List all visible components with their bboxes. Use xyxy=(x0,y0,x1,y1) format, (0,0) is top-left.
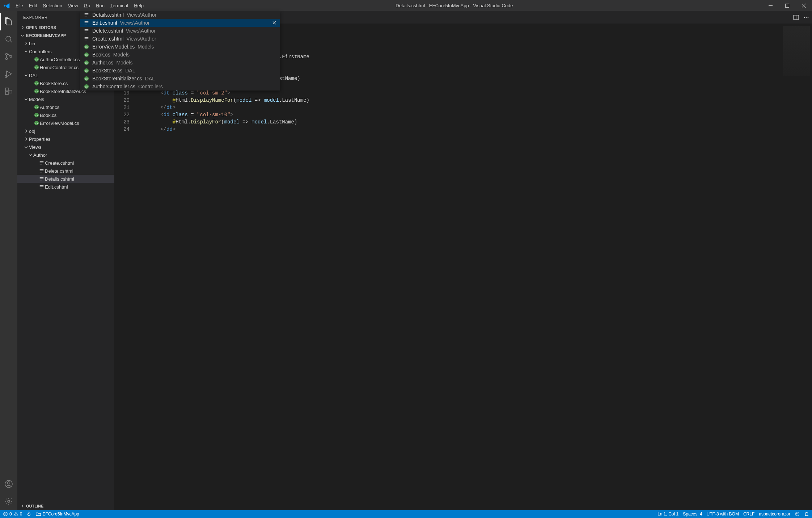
file-tree[interactable]: binControllersC#AuthorController.csC#Hom… xyxy=(17,39,114,502)
code-line[interactable]: </dt> xyxy=(136,105,781,112)
quick-open-item[interactable]: Create.cshtmlViews\Author xyxy=(80,35,280,43)
svg-text:C#: C# xyxy=(85,77,88,80)
tree-file[interactable]: C#Book.cs xyxy=(17,111,114,119)
status-feedback-icon[interactable] xyxy=(795,511,800,517)
svg-point-4 xyxy=(6,58,8,60)
svg-text:C#: C# xyxy=(35,90,38,93)
csharp-file-icon: C# xyxy=(33,105,40,110)
tree-item-label: AuthorController.cs xyxy=(40,57,80,62)
more-actions-icon[interactable] xyxy=(803,14,809,20)
folder-icon xyxy=(36,511,41,517)
cshtml-file-icon xyxy=(84,20,89,25)
status-ports[interactable] xyxy=(26,511,31,517)
window-close-button[interactable] xyxy=(795,0,812,11)
activity-settings-icon[interactable] xyxy=(0,493,17,510)
menu-file[interactable]: File xyxy=(13,3,26,8)
menu-help[interactable]: Help xyxy=(131,3,147,8)
split-editor-icon[interactable] xyxy=(793,14,799,20)
quick-open-item[interactable]: C#ErrorViewModel.csModels xyxy=(80,43,280,51)
menu-go[interactable]: Go xyxy=(81,3,93,8)
code-line[interactable]: <dd class = "col-sm-10"> xyxy=(136,112,781,119)
line-number: 21 xyxy=(114,105,136,112)
code-line[interactable]: @Html.DisplayFor(model => model.LastName… xyxy=(136,119,781,126)
window-minimize-button[interactable] xyxy=(762,0,779,11)
status-folder-label: EFCore5InMvcApp xyxy=(42,511,79,517)
quick-open-dropdown[interactable]: Details.cshtmlViews\AuthorEdit.cshtmlVie… xyxy=(80,11,280,90)
code-line[interactable]: </dd> xyxy=(136,126,781,134)
editor-body[interactable]: 101112131415161718192021222324 <h4>Autho… xyxy=(114,24,812,510)
status-notifications-icon[interactable] xyxy=(804,511,809,517)
tree-file[interactable]: Details.cshtml xyxy=(17,175,114,183)
tree-folder[interactable]: Author xyxy=(17,151,114,159)
activity-run-debug-icon[interactable] xyxy=(0,65,17,83)
svg-point-76 xyxy=(16,515,16,515)
menu-edit[interactable]: Edit xyxy=(26,3,40,8)
tree-file[interactable]: Edit.cshtml xyxy=(17,183,114,191)
tree-file[interactable]: Create.cshtml xyxy=(17,159,114,167)
csharp-file-icon: C# xyxy=(33,65,40,70)
quick-open-item[interactable]: C#Book.csModels xyxy=(80,51,280,59)
status-eol[interactable]: CRLF xyxy=(743,511,754,517)
tree-folder[interactable]: Views xyxy=(17,143,114,151)
quick-open-item[interactable]: Delete.cshtmlViews\Author xyxy=(80,27,280,35)
close-icon[interactable] xyxy=(272,21,276,25)
status-problems[interactable]: 0 0 xyxy=(3,511,22,517)
chevron-down-icon xyxy=(28,153,33,157)
svg-point-79 xyxy=(798,514,798,514)
chevron-down-icon xyxy=(20,33,25,38)
quick-open-item[interactable]: C#BookStore.csDAL xyxy=(80,67,280,75)
activity-explorer-icon[interactable] xyxy=(0,13,17,30)
title-bar: FileEditSelectionViewGoRunTerminalHelp D… xyxy=(0,0,812,11)
menu-terminal[interactable]: Terminal xyxy=(107,3,131,8)
activity-search-icon[interactable] xyxy=(0,30,17,48)
activity-account-icon[interactable] xyxy=(0,475,17,493)
svg-point-2 xyxy=(6,36,11,41)
svg-point-3 xyxy=(6,54,8,55)
svg-rect-9 xyxy=(9,90,12,93)
tree-item-label: Book.cs xyxy=(40,113,56,118)
status-folder[interactable]: EFCore5InMvcApp xyxy=(36,511,79,517)
minimap[interactable] xyxy=(781,24,812,510)
quick-open-item[interactable]: C#AuthorController.csControllers xyxy=(80,83,280,90)
svg-text:C#: C# xyxy=(35,66,38,69)
csharp-file-icon: C# xyxy=(33,81,40,86)
activity-extensions-icon[interactable] xyxy=(0,83,17,100)
svg-point-47 xyxy=(804,17,805,18)
code-line[interactable]: <dt class = "col-sm-2"> xyxy=(136,90,781,97)
menu-run[interactable]: Run xyxy=(93,3,107,8)
tree-item-label: DAL xyxy=(29,73,38,78)
tree-file[interactable]: Delete.cshtml xyxy=(17,167,114,175)
status-encoding[interactable]: UTF-8 with BOM xyxy=(707,511,739,517)
menu-view[interactable]: View xyxy=(65,3,81,8)
tree-item-label: HomeController.cs xyxy=(40,65,79,70)
svg-point-5 xyxy=(10,56,12,58)
window-maximize-button[interactable] xyxy=(779,0,795,11)
outline-label: OUTLINE xyxy=(26,504,43,508)
quick-open-item[interactable]: Details.cshtmlViews\Author xyxy=(80,11,280,19)
chevron-right-icon xyxy=(23,41,29,46)
tree-folder[interactable]: Properties xyxy=(17,135,114,143)
chevron-down-icon xyxy=(23,49,29,54)
svg-rect-7 xyxy=(5,88,8,91)
quick-open-item[interactable]: C#BookStoreInitializer.csDAL xyxy=(80,75,280,83)
quick-open-item-desc: Models xyxy=(138,44,154,50)
quick-open-item[interactable]: C#Author.csModels xyxy=(80,59,280,67)
tree-folder[interactable]: Models xyxy=(17,95,114,103)
status-language[interactable]: aspnetcorerazor xyxy=(759,511,790,517)
tree-file[interactable]: C#ErrorViewModel.cs xyxy=(17,119,114,127)
activity-source-control-icon[interactable] xyxy=(0,48,17,65)
svg-text:C#: C# xyxy=(35,106,38,109)
status-indent[interactable]: Spaces: 4 xyxy=(683,511,702,517)
code-content[interactable]: <h4>Author</h4> <hr /> <dl class="row"> … xyxy=(136,24,781,510)
sidebar-section-outline[interactable]: OUTLINE xyxy=(17,502,114,510)
csharp-file-icon: C# xyxy=(33,113,40,118)
menu-selection[interactable]: Selection xyxy=(40,3,65,8)
quick-open-item-desc: Models xyxy=(116,60,132,66)
code-line[interactable]: @Html.DisplayNameFor(model => model.Last… xyxy=(136,97,781,105)
quick-open-item[interactable]: Edit.cshtmlViews\Author xyxy=(80,19,280,27)
line-number: 23 xyxy=(114,119,136,126)
tree-folder[interactable]: obj xyxy=(17,127,114,135)
cshtml-file-icon xyxy=(38,160,45,165)
status-cursor[interactable]: Ln 1, Col 1 xyxy=(657,511,678,517)
tree-file[interactable]: C#Author.cs xyxy=(17,103,114,111)
